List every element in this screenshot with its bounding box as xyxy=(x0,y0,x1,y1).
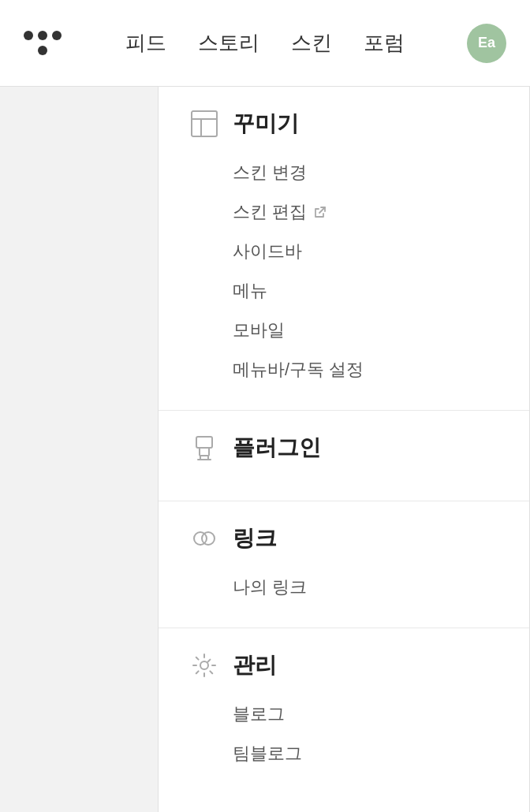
section-plugin-title: 플러그인 xyxy=(233,433,321,463)
link-icon xyxy=(190,524,218,553)
logo-dots xyxy=(24,31,62,40)
item-my-link[interactable]: 나의 링크 xyxy=(233,569,498,605)
top-navigation: 피드 스토리 스킨 포럼 Ea xyxy=(0,0,530,87)
section-decorate-title: 꾸미기 xyxy=(233,109,299,139)
avatar[interactable]: Ea xyxy=(467,24,506,63)
section-decorate: 꾸미기 스킨 변경 스킨 편집 사이드바 메뉴 모바일 xyxy=(159,87,529,411)
section-plugin: 플러그인 xyxy=(159,411,529,501)
section-manage-items: 블로그 팀블로그 xyxy=(190,696,498,772)
logo-dot-4 xyxy=(38,46,47,55)
plugin-icon xyxy=(190,434,218,462)
item-sidebar[interactable]: 사이드바 xyxy=(233,233,498,270)
svg-rect-3 xyxy=(196,437,212,448)
nav-feed[interactable]: 피드 xyxy=(125,29,166,57)
layout-icon xyxy=(190,110,218,138)
section-link-items: 나의 링크 xyxy=(190,569,498,605)
item-skin-change[interactable]: 스킨 변경 xyxy=(233,155,498,191)
main-content: 꾸미기 스킨 변경 스킨 편집 사이드바 메뉴 모바일 xyxy=(0,87,530,812)
svg-point-10 xyxy=(200,661,208,669)
section-manage-header: 관리 xyxy=(190,650,498,680)
logo[interactable] xyxy=(24,31,62,55)
nav-forum[interactable]: 포럼 xyxy=(364,29,405,57)
menu-panel: 꾸미기 스킨 변경 스킨 편집 사이드바 메뉴 모바일 xyxy=(158,87,530,812)
nav-skin[interactable]: 스킨 xyxy=(291,29,332,57)
section-decorate-items: 스킨 변경 스킨 편집 사이드바 메뉴 모바일 메뉴바/구독 설정 xyxy=(190,155,498,388)
gear-icon xyxy=(190,651,218,680)
section-link: 링크 나의 링크 xyxy=(159,501,529,628)
item-mobile[interactable]: 모바일 xyxy=(233,312,498,348)
external-link-icon xyxy=(313,205,327,219)
item-menubar-subscription[interactable]: 메뉴바/구독 설정 xyxy=(233,352,498,388)
nav-links: 피드 스토리 스킨 포럼 xyxy=(125,29,405,57)
section-manage: 관리 블로그 팀블로그 xyxy=(159,628,529,794)
item-skin-edit[interactable]: 스킨 편집 xyxy=(233,194,498,230)
logo-dot-2 xyxy=(38,31,47,40)
nav-story[interactable]: 스토리 xyxy=(198,29,259,57)
left-strip xyxy=(0,87,158,812)
section-decorate-header: 꾸미기 xyxy=(190,109,498,139)
section-link-header: 링크 xyxy=(190,523,498,553)
section-link-title: 링크 xyxy=(233,523,277,553)
logo-dot-3 xyxy=(52,31,62,40)
svg-point-9 xyxy=(202,532,215,545)
svg-rect-4 xyxy=(200,448,209,456)
item-menu[interactable]: 메뉴 xyxy=(233,273,498,309)
item-team-blog[interactable]: 팀블로그 xyxy=(233,736,498,772)
svg-rect-0 xyxy=(192,111,217,136)
section-plugin-header[interactable]: 플러그인 xyxy=(190,433,498,463)
section-manage-title: 관리 xyxy=(233,650,277,680)
item-blog[interactable]: 블로그 xyxy=(233,696,498,732)
logo-dot-1 xyxy=(24,31,33,40)
nav-right: Ea xyxy=(467,24,506,63)
